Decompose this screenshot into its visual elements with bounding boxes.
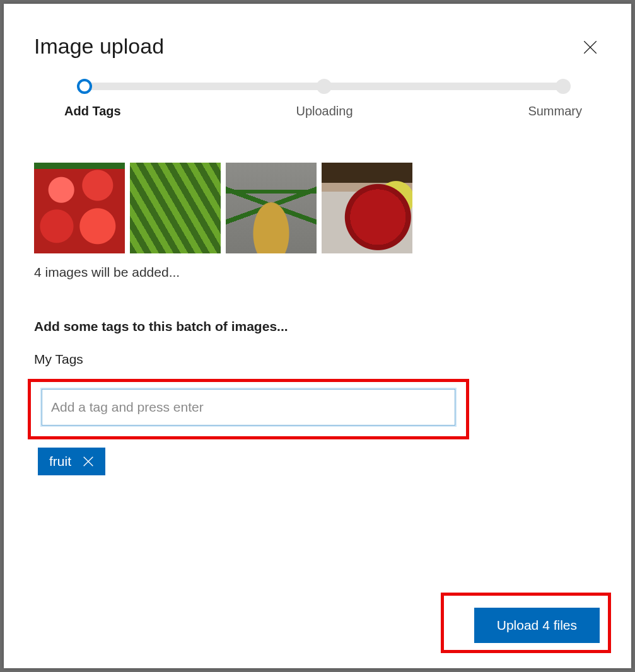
step-label-add-tags: Add Tags — [64, 104, 121, 119]
my-tags-label: My Tags — [34, 352, 601, 367]
step-labels: Add Tags Uploading Summary — [84, 104, 563, 119]
step-label-uploading: Uploading — [296, 104, 352, 119]
thumbnail[interactable] — [322, 163, 412, 253]
tag-input-wrap — [42, 389, 455, 426]
step-label-summary: Summary — [528, 104, 582, 119]
thumbnail-row — [34, 163, 601, 253]
tag-input[interactable] — [42, 389, 455, 426]
step-dot-summary — [556, 79, 571, 94]
progress-stepper: Add Tags Uploading Summary — [34, 83, 601, 119]
thumbnail[interactable] — [226, 163, 317, 253]
close-icon — [582, 39, 598, 55]
step-dot-uploading — [317, 79, 332, 94]
remove-tag-icon[interactable] — [81, 455, 95, 468]
close-button[interactable] — [580, 37, 601, 60]
tag-chip-fruit[interactable]: fruit — [38, 448, 105, 475]
upload-files-button[interactable]: Upload 4 files — [474, 608, 600, 643]
step-dot-add-tags — [77, 79, 92, 94]
tag-chip-label: fruit — [49, 454, 71, 469]
thumbnail[interactable] — [34, 163, 125, 253]
image-upload-dialog: Image upload Add Tags Uploading Summary … — [4, 4, 631, 668]
stepper-track — [84, 83, 563, 90]
images-added-status: 4 images will be added... — [34, 265, 601, 280]
thumbnail[interactable] — [130, 163, 221, 253]
add-tags-prompt: Add some tags to this batch of images... — [34, 319, 601, 334]
dialog-title: Image upload — [34, 34, 164, 59]
dialog-header: Image upload — [34, 34, 601, 60]
